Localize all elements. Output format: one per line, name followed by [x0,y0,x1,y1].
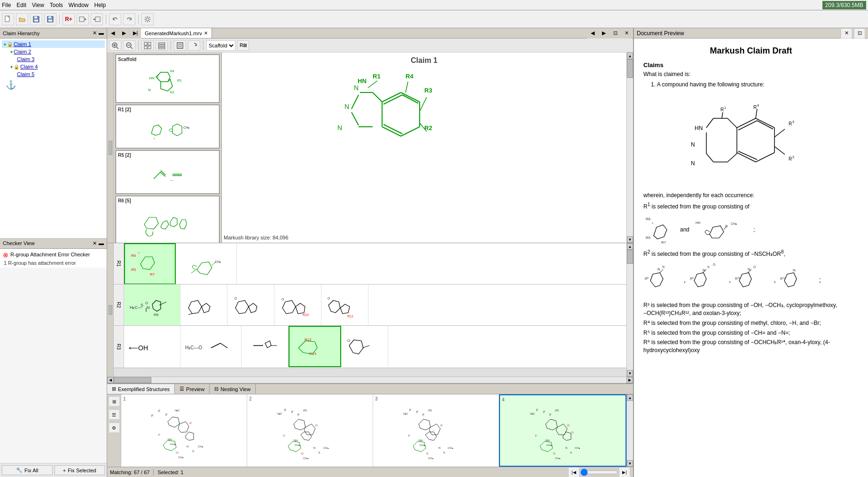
fix-all-button[interactable]: 🔧 Fix All [2,465,53,475]
new-button[interactable] [2,13,14,25]
rgroup-r3-item4[interactable]: R12 R13 [289,326,341,367]
claim-hierarchy-minimize[interactable]: ▬ [99,30,104,36]
tree-item-claim1: ▾ 🔒 Claim 1 [2,40,105,48]
scaffold-thumb-r5[interactable]: R5 [2] — [116,150,219,194]
rgroup-r3-item2[interactable]: H₃C—O [180,326,242,367]
rgroup-vscroll-up[interactable]: ▲ [627,243,633,250]
bottom-nav-last2[interactable]: ▶| [619,467,630,477]
vscroll-thumb[interactable] [627,59,633,78]
vscroll-down[interactable]: ▼ [627,236,633,243]
main-hscroll[interactable]: ◀ ▶ [107,377,633,383]
sidebar-icon-1[interactable]: ⊞ [109,396,120,407]
tab-nav-prev[interactable]: ◀ [107,28,118,38]
right-panel-close[interactable]: ✕ [841,28,852,38]
scaffold-thumb-main[interactable]: Scaffold HN R4 R3 R2 N [116,54,219,103]
claim-hierarchy-close[interactable]: ✕ [93,30,97,36]
redo-button[interactable] [123,13,135,25]
bottom-nav-first[interactable]: |◀ [568,467,579,477]
menu-tools[interactable]: Tools [50,2,63,8]
rgroup-vscroll[interactable]: ▲ ▼ [626,243,633,377]
main-vscroll[interactable]: ▲ ▼ [626,53,633,243]
struct-card-3[interactable]: 3 H₃C F F F (R) O [373,394,499,467]
svg-line-182 [757,121,773,129]
center-maximize[interactable]: ▶ [598,28,610,38]
menu-edit[interactable]: Edit [16,2,26,8]
hscroll-left[interactable]: ◀ [107,377,114,383]
rgroup-r2-item5[interactable]: O R11 [321,285,368,325]
center-close[interactable]: ✕ [621,28,632,38]
zoom-out-button[interactable] [123,40,135,51]
frame-button[interactable] [174,40,186,51]
save-button[interactable] [30,13,42,25]
rgroup-r3-item5[interactable]: O [341,326,388,367]
center-tab-close[interactable]: ✕ [204,31,208,36]
struct-card-4[interactable]: 4 H₃C F F F (R) O [499,394,626,467]
vscroll-track[interactable] [627,59,633,236]
checker-view-close[interactable]: ✕ [93,240,97,246]
struct-card-2[interactable]: 2 H₃C F F F (R) O [247,394,373,467]
page-slider[interactable] [580,469,618,476]
fix-buttons-area: 🔧 Fix All + Fix Selected [0,463,107,477]
tree-label-claim3[interactable]: Claim 3 [17,56,34,62]
tab-exemplified-structures[interactable]: ⊞ Exemplified Structures [107,384,175,394]
sidebar-icon-3[interactable]: ⚙ [109,423,120,433]
bottom-vscroll[interactable]: ▲ ▼ [626,394,633,467]
rgroup-r1-item1[interactable]: R6 R5 R7 * [124,243,176,284]
scroll-thumb[interactable] [109,141,112,155]
vscroll-up[interactable]: ▲ [627,53,633,59]
checker-view-minimize[interactable]: ▬ [99,240,104,246]
hscroll-track[interactable] [114,377,626,383]
rgroup-scroll-thumb[interactable] [109,305,112,315]
tab-preview[interactable]: ☰ Preview [175,384,210,394]
list-view-button[interactable] [156,40,168,51]
rgroup-r2-item1[interactable]: H₃C— S O ‖ N R8 [124,285,180,325]
zoom-in-button[interactable] [109,40,121,51]
bottom-vscroll-up[interactable]: ▲ [627,394,633,401]
rgroup-vscroll-track[interactable] [627,250,633,370]
right-panel-maximize[interactable]: ⊡ [854,28,865,38]
menu-file[interactable]: File [2,2,11,8]
rgroup-r2-item3[interactable]: O [227,285,274,325]
grid-view-button[interactable] [141,40,154,51]
tab-nav-last[interactable]: ▶| [130,28,141,38]
fix-selected-button[interactable]: + Fix Selected [55,465,105,475]
rgroup-vscroll-thumb[interactable] [627,250,633,264]
menu-help[interactable]: Help [94,2,106,8]
sidebar-icon-2[interactable]: ☰ [109,409,120,420]
rgroup-r3-item3[interactable] [242,326,289,367]
rgroup-r2-item2[interactable] [180,285,227,325]
undo-button[interactable] [109,13,121,25]
tab-nav-next[interactable]: ▶ [118,28,130,38]
bottom-vscroll-down[interactable]: ▼ [627,460,633,467]
scaffold-select[interactable]: Scaffold [206,40,235,51]
rgroup-r2-item4[interactable]: O R10 [274,285,321,325]
bottom-vscroll-track[interactable] [627,401,633,460]
menu-view[interactable]: View [32,2,44,8]
r-group-add-button[interactable]: R⊞ [237,40,249,51]
rgroup-r3-item1[interactable]: ⟵OH [124,326,180,367]
rgroup-button[interactable]: R+ [63,13,75,25]
export-button[interactable] [91,13,103,25]
settings-button[interactable] [141,13,154,25]
open-button[interactable] [16,13,28,25]
menu-window[interactable]: Window [69,2,89,8]
center-restore[interactable]: ⊡ [610,28,621,38]
import-button[interactable] [77,13,89,25]
hscroll-thumb[interactable] [114,377,151,383]
rgroup-vscroll-down[interactable]: ▼ [627,370,633,377]
center-tab-main[interactable]: GeneratedMarkush1.mrv ✕ [141,28,212,38]
hscroll-right[interactable]: ▶ [626,377,633,383]
save-as-button[interactable]: + [44,13,56,25]
struct-card-1[interactable]: 1 F F F H₃C O [121,394,247,467]
tree-label-claim4[interactable]: Claim 4 [20,64,38,69]
svg-text:S: S [662,265,665,269]
scaffold-thumb-r6[interactable]: R6 [5] [116,196,219,243]
rotate-button[interactable] [188,40,200,51]
tree-label-claim2[interactable]: Claim 2 [14,49,31,54]
center-minimize[interactable]: ◀ [587,28,598,38]
tree-label-claim1[interactable]: Claim 1 [14,41,31,47]
tree-label-claim5[interactable]: Claim 5 [17,71,34,77]
tab-nesting-view[interactable]: ⊟ Nesting View [210,384,256,394]
scaffold-thumb-r1[interactable]: R1 [2] * CH₃ [116,105,219,148]
rgroup-r1-item2[interactable]: CH₃ [176,243,237,284]
